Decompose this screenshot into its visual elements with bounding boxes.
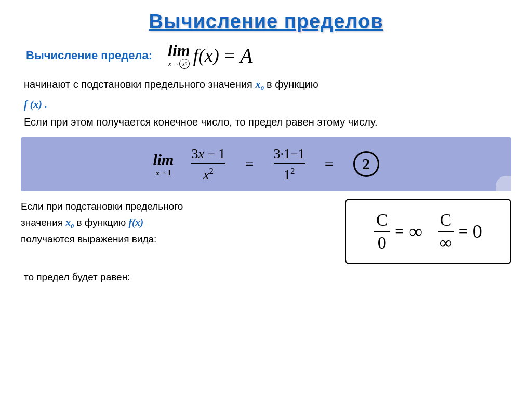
example-box: lim x→1 3x − 1 x2 = 3·1−1 12 = 2: [21, 137, 511, 192]
numerator-1: 3x − 1: [191, 146, 225, 164]
definition-row: Вычисление предела: lim x → x0 f(x) = A: [21, 42, 511, 69]
denominator-2: 12: [284, 164, 295, 183]
example-fraction-1: 3x − 1 x2: [191, 146, 225, 183]
example-equals-1: =: [245, 155, 254, 173]
equals-sign: =: [223, 45, 236, 66]
fraction-c-0: C 0: [374, 210, 390, 253]
page: Вычисление пределов Вычисление предела: …: [0, 0, 532, 398]
definition-label: Вычисление предела:: [26, 49, 152, 62]
example-result: 2: [353, 151, 379, 177]
definition-formula: lim x → x0 f(x) = A: [168, 42, 252, 69]
bottom-text-block: Если при подстановки предельного значени…: [21, 199, 329, 247]
formula-main: f(x) = A: [193, 44, 253, 68]
x0-text: x0: [255, 78, 267, 90]
body1b-text: в функцию: [267, 78, 318, 90]
example-equals-2: =: [325, 155, 334, 173]
example-lim-word: lim: [153, 151, 174, 169]
expr2-val: 0: [473, 221, 482, 242]
body-text-2: Если при этом получается конечное число,…: [21, 114, 511, 130]
lim-word: lim: [168, 42, 190, 59]
expr2-num: C: [438, 210, 454, 232]
bottom-section: Если при подстановки предельного значени…: [21, 199, 511, 264]
expr1-eq: =: [395, 223, 404, 240]
fraction-c-inf: C ∞: [438, 210, 454, 253]
expr2-eq: =: [459, 223, 468, 240]
example-fraction-2: 3·1−1 12: [274, 146, 305, 183]
fx-italic-line: f (x) .: [21, 97, 511, 112]
lim-subscript: x → x0: [168, 59, 190, 69]
fx-italic-text: f (x) .: [24, 99, 47, 110]
expressions-box: C 0 = ∞ C ∞ = 0: [345, 199, 511, 264]
denominator-1: x2: [203, 164, 214, 183]
body1-text: начинают с подстановки предельного значе…: [24, 78, 252, 90]
expr-item-2: C ∞ = 0: [438, 210, 482, 253]
bottom-last-line: то предел будет равен:: [21, 271, 511, 283]
expr1-den: 0: [374, 232, 390, 253]
A-text: A: [240, 44, 252, 68]
expr1-num: C: [374, 210, 390, 232]
example-lim-sub: x→1: [155, 169, 171, 177]
expr2-den: ∞: [438, 232, 454, 253]
bottom-para-line2: значения x0 в функцию f(x): [21, 217, 143, 228]
fx-text: f(x): [193, 45, 219, 66]
expr1-val: ∞: [409, 221, 422, 242]
page-title: Вычисление пределов: [21, 10, 511, 33]
bottom-para-start: Если при подстановки предельного: [21, 201, 183, 212]
bottom-para-line3: получаются выражения вида:: [21, 234, 156, 244]
body-text-1: начинают с подстановки предельного значе…: [21, 76, 511, 93]
numerator-2: 3·1−1: [274, 146, 305, 164]
expr-item-1: C 0 = ∞: [374, 210, 422, 253]
